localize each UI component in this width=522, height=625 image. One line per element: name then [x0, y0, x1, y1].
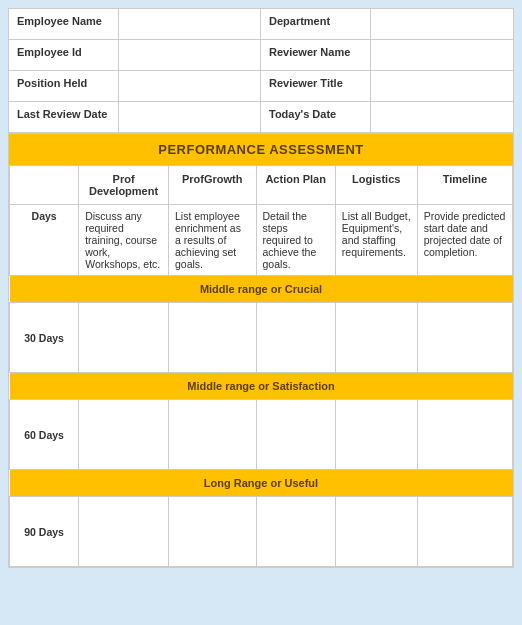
employee-name-cell: Employee Name [9, 9, 261, 40]
60-days-prof-dev[interactable] [79, 400, 169, 470]
90-days-action-plan[interactable] [256, 497, 335, 567]
90-days-logistics[interactable] [335, 497, 417, 567]
logistics-col-header: Logistics [335, 166, 417, 205]
action-plan-col-header: Action Plan [256, 166, 335, 205]
last-review-date-label: Last Review Date [9, 102, 119, 132]
days-desc: Days [10, 205, 79, 276]
prof-dev-col-header: ProfDevelopment [79, 166, 169, 205]
reviewer-name-cell: Reviewer Name [261, 40, 513, 71]
90-days-timeline[interactable] [417, 497, 512, 567]
30-days-prof-dev[interactable] [79, 303, 169, 373]
reviewer-title-cell: Reviewer Title [261, 71, 513, 102]
mid-range-crucial-header: Middle range or Crucial [10, 276, 513, 303]
mid-range-crucial-label: Middle range or Crucial [10, 276, 513, 303]
department-cell: Department [261, 9, 513, 40]
reviewer-name-value[interactable] [371, 40, 513, 70]
reviewer-name-label: Reviewer Name [261, 40, 371, 70]
30-days-action-plan[interactable] [256, 303, 335, 373]
employee-id-cell: Employee Id [9, 40, 261, 71]
60-days-logistics[interactable] [335, 400, 417, 470]
department-value[interactable] [371, 9, 513, 39]
todays-date-label: Today's Date [261, 102, 371, 132]
90-days-prof-growth[interactable] [168, 497, 256, 567]
timeline-desc: Provide predicted start date and project… [417, 205, 512, 276]
mid-range-satisfaction-label: Middle range or Satisfaction [10, 373, 513, 400]
employee-name-label: Employee Name [9, 9, 119, 39]
description-row: Days Discuss any required training, cour… [10, 205, 513, 276]
90-days-prof-dev[interactable] [79, 497, 169, 567]
todays-date-value[interactable] [371, 102, 513, 132]
form-container: Employee Name Department Employee Id Rev… [8, 8, 514, 568]
position-held-value[interactable] [119, 71, 260, 101]
action-plan-desc: Detail the steps required to achieve the… [256, 205, 335, 276]
60-days-label: 60 Days [10, 400, 79, 470]
30-days-prof-growth[interactable] [168, 303, 256, 373]
90-days-row: 90 Days [10, 497, 513, 567]
position-held-cell: Position Held [9, 71, 261, 102]
60-days-row: 60 Days [10, 400, 513, 470]
mid-range-satisfaction-header: Middle range or Satisfaction [10, 373, 513, 400]
60-days-prof-growth[interactable] [168, 400, 256, 470]
reviewer-title-label: Reviewer Title [261, 71, 371, 101]
60-days-action-plan[interactable] [256, 400, 335, 470]
department-label: Department [261, 9, 371, 39]
reviewer-title-value[interactable] [371, 71, 513, 101]
long-range-header: Long Range or Useful [10, 470, 513, 497]
prof-growth-desc: List employee enrichment as a results of… [168, 205, 256, 276]
todays-date-cell: Today's Date [261, 102, 513, 133]
position-held-label: Position Held [9, 71, 119, 101]
30-days-logistics[interactable] [335, 303, 417, 373]
days-col-header [10, 166, 79, 205]
last-review-date-value[interactable] [119, 102, 260, 132]
performance-header: PERFORMANCE ASSESSMENT [9, 134, 513, 165]
employee-id-label: Employee Id [9, 40, 119, 70]
column-header-row: ProfDevelopment ProfGrowth Action Plan L… [10, 166, 513, 205]
prof-growth-col-header: ProfGrowth [168, 166, 256, 205]
60-days-timeline[interactable] [417, 400, 512, 470]
timeline-col-header: Timeline [417, 166, 512, 205]
info-grid: Employee Name Department Employee Id Rev… [9, 9, 513, 134]
employee-id-value[interactable] [119, 40, 260, 70]
logistics-desc: List all Budget, Equipment's, and staffi… [335, 205, 417, 276]
90-days-label: 90 Days [10, 497, 79, 567]
last-review-date-cell: Last Review Date [9, 102, 261, 133]
performance-table: ProfDevelopment ProfGrowth Action Plan L… [9, 165, 513, 567]
employee-name-value[interactable] [119, 9, 260, 39]
30-days-row: 30 Days [10, 303, 513, 373]
30-days-label: 30 Days [10, 303, 79, 373]
prof-dev-desc: Discuss any required training, course wo… [79, 205, 169, 276]
30-days-timeline[interactable] [417, 303, 512, 373]
long-range-label: Long Range or Useful [10, 470, 513, 497]
